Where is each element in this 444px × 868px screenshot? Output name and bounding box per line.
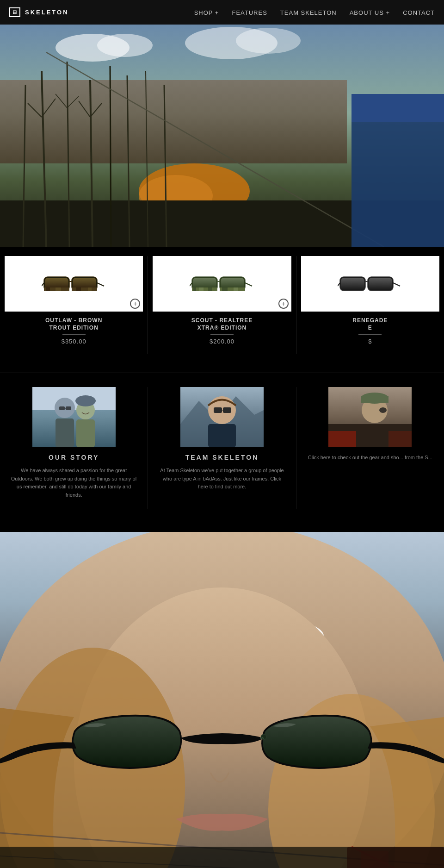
nav-link-about-us[interactable]: ABOUT US + [350, 9, 390, 16]
product-price-outlaw: $350.00 [5, 338, 143, 345]
team-photo [180, 387, 264, 447]
product-name-scout: SCOUT - REALTREEXTRA® EDITION [153, 317, 291, 331]
svg-rect-1 [0, 80, 347, 163]
nav-link-contact[interactable]: CONTACT [403, 9, 435, 16]
product-image-renegade [301, 256, 439, 312]
product-divider-renegade [358, 334, 382, 335]
product-card-renegade: RENEGADEE $ [296, 256, 444, 354]
outlaw-sunglass-svg [42, 270, 106, 298]
svg-point-25 [236, 28, 301, 54]
svg-rect-37 [76, 287, 81, 291]
product-card-outlaw: + OUTLAW - BROWNTROUT EDITION $350.00 [0, 256, 148, 354]
story-text: We have always shared a passion for the … [9, 467, 138, 499]
svg-rect-65 [66, 406, 71, 410]
svg-rect-38 [88, 287, 92, 291]
svg-rect-74 [223, 407, 231, 413]
nav-item-contact[interactable]: CONTACT [403, 8, 435, 17]
renegade-sunglass-svg [338, 270, 402, 298]
product-name-renegade: RENEGADEE [301, 317, 439, 331]
product-divider-outlaw [62, 334, 86, 335]
svg-rect-56 [369, 278, 392, 290]
svg-rect-83 [328, 431, 356, 447]
svg-rect-73 [214, 407, 222, 413]
svg-rect-48 [193, 287, 196, 291]
team-card-story: OUR STORY We have always shared a passio… [0, 387, 148, 508]
product-plus-outlaw[interactable]: + [130, 299, 140, 309]
third-photo-svg [328, 387, 412, 447]
third-text: Click here to check out the gear and sho… [306, 454, 435, 462]
product-plus-scout[interactable]: + [278, 299, 289, 309]
scout-sunglass-svg [190, 270, 254, 298]
story-title: OUR STORY [9, 454, 138, 461]
product-card-scout: + SCOUT - REALTREEXTRA® EDITION $200.00 [148, 256, 296, 354]
svg-line-59 [393, 283, 400, 286]
svg-rect-81 [361, 396, 388, 403]
nav-links: SHOP + FEATURES TEAM SKELETON ABOUT US +… [194, 8, 435, 17]
nav-link-team-skeleton[interactable]: TEAM SKELETON [280, 9, 337, 16]
svg-point-23 [97, 34, 153, 57]
nav-item-features[interactable]: FEATURES [232, 8, 267, 17]
svg-text:SK: SK [260, 737, 264, 739]
product-price-scout: $200.00 [153, 338, 291, 345]
svg-rect-21 [352, 94, 444, 122]
svg-rect-50 [208, 287, 212, 291]
svg-rect-68 [76, 419, 95, 447]
svg-rect-84 [388, 431, 412, 447]
logo-icon: ⊟ [9, 7, 20, 17]
svg-rect-51 [222, 287, 228, 291]
story-photo-svg [32, 387, 116, 447]
product-image-outlaw: + [5, 256, 143, 312]
svg-line-32 [97, 283, 104, 286]
svg-rect-64 [59, 406, 65, 410]
svg-rect-63 [56, 418, 74, 447]
nav-item-about-us[interactable]: ABOUT US + [350, 8, 390, 17]
story-photo [32, 387, 116, 447]
third-photo [328, 387, 412, 447]
hero-bottom-banner: SK [0, 532, 444, 868]
svg-rect-112 [0, 847, 444, 868]
svg-rect-76 [208, 424, 236, 447]
product-price-renegade: $ [301, 338, 439, 345]
hero-bottom-svg: SK [0, 532, 444, 868]
svg-rect-55 [341, 278, 364, 290]
svg-point-82 [379, 407, 387, 413]
nav-link-features[interactable]: FEATURES [232, 9, 267, 16]
product-name-outlaw: OUTLAW - BROWNTROUT EDITION [5, 317, 143, 331]
product-image-scout: + [153, 256, 291, 312]
nav-link-shop[interactable]: SHOP + [194, 9, 219, 16]
team-skeleton-title: TEAM SKELETON [157, 454, 286, 461]
nav-item-shop[interactable]: SHOP + [194, 8, 219, 17]
team-card-team-skeleton: TEAM SKELETON At Team Skeleton we've put… [148, 387, 296, 508]
svg-line-8 [110, 66, 111, 247]
svg-rect-49 [199, 287, 204, 291]
hero-landscape-svg [0, 25, 444, 247]
svg-line-45 [245, 283, 252, 286]
hero-banner [0, 25, 444, 247]
products-section: + OUTLAW - BROWNTROUT EDITION $350.00 [0, 247, 444, 373]
team-card-third: Click here to check out the gear and sho… [296, 387, 444, 508]
svg-rect-35 [46, 287, 50, 291]
logo-text: SKELETON [25, 9, 69, 16]
svg-rect-52 [234, 287, 238, 291]
team-row: OUR STORY We have always shared a passio… [0, 387, 444, 508]
team-photo-svg [180, 387, 264, 447]
nav-item-team-skeleton[interactable]: TEAM SKELETON [280, 8, 337, 17]
product-divider-scout [210, 334, 234, 335]
team-skeleton-text: At Team Skeleton we've put together a gr… [157, 467, 286, 491]
svg-point-69 [75, 395, 96, 406]
team-section: OUR STORY We have always shared a passio… [0, 373, 444, 531]
svg-rect-36 [56, 287, 61, 291]
logo[interactable]: ⊟ SKELETON [9, 7, 69, 17]
svg-rect-34 [72, 287, 97, 291]
navigation: ⊟ SKELETON SHOP + FEATURES TEAM SKELETON… [0, 0, 444, 25]
products-row: + OUTLAW - BROWNTROUT EDITION $350.00 [0, 256, 444, 354]
